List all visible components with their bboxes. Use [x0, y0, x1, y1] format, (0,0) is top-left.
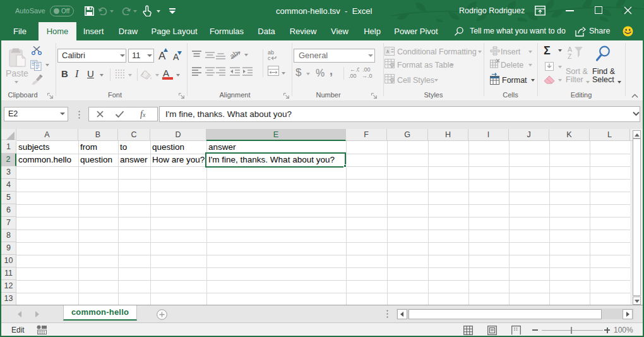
svg-text:→.0: →.0	[362, 73, 373, 78]
svg-text:Z: Z	[568, 52, 572, 60]
svg-text:←.0: ←.0	[350, 66, 359, 73]
svg-text:.00: .00	[349, 73, 357, 78]
svg-text:c: c	[268, 55, 271, 61]
svg-text:ab: ab	[228, 50, 240, 61]
svg-text:.00: .00	[362, 66, 371, 73]
